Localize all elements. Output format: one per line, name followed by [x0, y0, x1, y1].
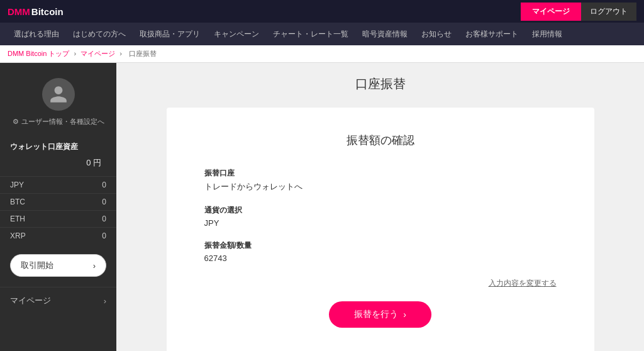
field-label-currency: 通貨の選択 [204, 205, 557, 216]
asset-label-jpy: JPY [10, 181, 24, 189]
nav-item-reason[interactable]: 選ばれる理由 [8, 23, 65, 45]
sidebar-avatar-section: ⚙ ユーザー情報・各種設定へ [0, 63, 116, 134]
nav-item-news[interactable]: お知らせ [415, 23, 458, 45]
breadcrumb-top[interactable]: DMM Bitcoin トップ [8, 50, 69, 57]
wallet-section: ウォレット口座資産 0 円 [0, 134, 116, 176]
breadcrumb-current: 口座振替 [129, 50, 157, 57]
wallet-title: ウォレット口座資産 [10, 142, 106, 152]
asset-row-eth: ETH 0 [0, 210, 116, 227]
user-settings-label: ユーザー情報・各種設定へ [21, 117, 104, 126]
breadcrumb-mypage[interactable]: マイページ [80, 50, 115, 57]
asset-label-xrp: XRP [10, 231, 26, 240]
field-value-amount: 62743 [204, 254, 557, 263]
breadcrumb: DMM Bitcoin トップ › マイページ › 口座振替 [0, 45, 644, 63]
asset-value-btc: 0 [102, 198, 106, 206]
confirmation-card: 振替額の確認 振替口座 トレードからウォレットへ 通貨の選択 JPY 振替金額/… [167, 108, 594, 351]
field-label-account: 振替口座 [204, 168, 557, 179]
top-bar: DMMBitcoin マイページ ログアウト [0, 0, 644, 23]
change-link-row: 入力内容を変更する [204, 278, 557, 289]
nav-item-chart[interactable]: チャート・レート一覧 [267, 23, 355, 45]
asset-label-eth: ETH [10, 214, 25, 223]
card-title: 振替額の確認 [204, 133, 557, 148]
submit-label: 振替を行う [354, 309, 398, 320]
field-value-currency: JPY [204, 218, 557, 228]
nav-bar: 選ばれる理由 はじめての方へ 取扱商品・アプリ キャンペーン チャート・レート一… [0, 23, 644, 45]
asset-label-btc: BTC [10, 198, 25, 206]
wallet-balance: 0 円 [10, 157, 106, 169]
field-account: 振替口座 トレードからウォレットへ [204, 168, 557, 192]
field-currency: 通貨の選択 JPY [204, 205, 557, 228]
nav-item-campaign[interactable]: キャンペーン [208, 23, 265, 45]
nav-item-beginner[interactable]: はじめての方へ [67, 23, 132, 45]
page-title: 口座振替 [142, 75, 619, 92]
sidebar: ⚙ ユーザー情報・各種設定へ ウォレット口座資産 0 円 JPY 0 BTC 0… [0, 63, 116, 351]
field-label-amount: 振替金額/数量 [204, 240, 557, 251]
change-input-link[interactable]: 入力内容を変更する [489, 279, 557, 287]
chevron-right-icon: › [104, 296, 106, 306]
nav-item-products[interactable]: 取扱商品・アプリ [133, 23, 206, 45]
logout-button[interactable]: ログアウト [581, 3, 636, 21]
trade-button-row: 取引開始 › [0, 244, 116, 287]
asset-value-eth: 0 [102, 214, 106, 223]
asset-value-jpy: 0 [102, 181, 106, 189]
user-icon [48, 84, 69, 104]
avatar [42, 78, 75, 111]
field-amount: 振替金額/数量 62743 [204, 240, 557, 263]
submit-transfer-button[interactable]: 振替を行う › [329, 301, 431, 328]
submit-arrow-icon: › [403, 309, 406, 320]
logo-dmm: DMM [8, 6, 30, 17]
asset-row-jpy: JPY 0 [0, 176, 116, 193]
asset-row-xrp: XRP 0 [0, 227, 116, 244]
asset-value-xrp: 0 [102, 231, 106, 240]
nav-item-recruit[interactable]: 採用情報 [526, 23, 569, 45]
mypage-button[interactable]: マイページ [521, 3, 581, 21]
user-settings-link[interactable]: ⚙ ユーザー情報・各種設定へ [13, 117, 104, 126]
nav-item-support[interactable]: お客様サポート [459, 23, 525, 45]
main-layout: ⚙ ユーザー情報・各種設定へ ウォレット口座資産 0 円 JPY 0 BTC 0… [0, 63, 644, 351]
content-area: 口座振替 振替額の確認 振替口座 トレードからウォレットへ 通貨の選択 JPY … [116, 63, 644, 351]
nav-item-crypto[interactable]: 暗号資産情報 [356, 23, 414, 45]
logo-bitcoin: Bitcoin [31, 6, 64, 17]
trade-start-button[interactable]: 取引開始 › [10, 254, 106, 277]
sidebar-mypage-menu[interactable]: マイページ › [0, 287, 116, 314]
top-right-buttons: マイページ ログアウト [521, 3, 636, 21]
sidebar-mypage-label: マイページ [10, 295, 51, 306]
gear-icon: ⚙ [13, 118, 19, 126]
logo: DMMBitcoin [8, 6, 64, 17]
asset-row-btc: BTC 0 [0, 193, 116, 210]
submit-btn-row: 振替を行う › [204, 301, 557, 328]
chevron-right-icon: › [93, 261, 96, 270]
field-value-account: トレードからウォレットへ [204, 181, 557, 192]
